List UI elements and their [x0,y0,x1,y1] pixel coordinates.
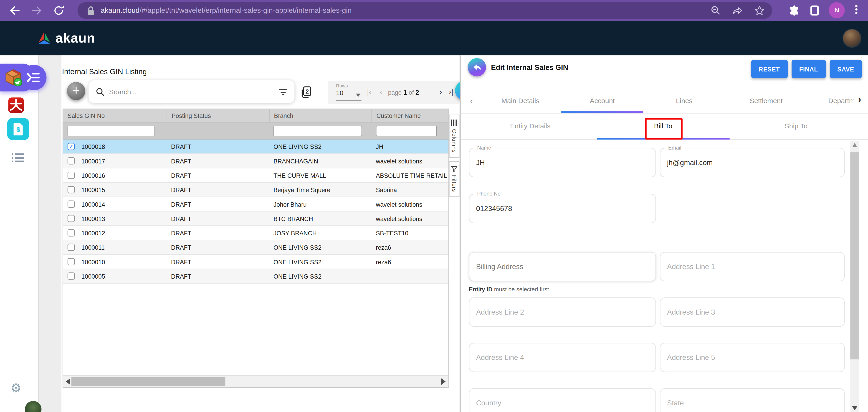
rows-per-page-select[interactable]: 10 [336,89,362,101]
scroll-left-arrow-icon[interactable] [66,378,70,385]
sidebar-bottom-avatar[interactable] [25,401,41,412]
address-line-4-field[interactable]: Address Line 4 [469,343,656,372]
reload-icon[interactable] [53,4,65,17]
annotation-highlight-box [645,118,682,140]
duplicate-view-icon[interactable]: 2 [300,85,313,99]
address-line-2-field[interactable]: Address Line 2 [469,297,656,327]
search-input[interactable] [109,88,279,96]
share-icon[interactable] [733,5,744,16]
country-field[interactable]: Country [469,388,656,412]
filter-list-icon[interactable] [279,88,287,96]
chevron-down-icon [356,93,360,97]
edit-panel: Edit Internal Sales GIN RESET FINAL SAVE… [460,55,868,412]
column-header-posting-status[interactable]: Posting Status [166,109,269,122]
address-line-5-field[interactable]: Address Line 5 [660,343,845,372]
sidebar-item-internal-sales-gin-active[interactable] [0,64,46,91]
extensions-puzzle-icon[interactable] [788,5,801,17]
table-row[interactable]: 1000011 DRAFT ONE LIVING SS2 reza6 [63,240,448,255]
last-page-button[interactable]: ›| [449,87,453,96]
address-line-3-field[interactable]: Address Line 3 [660,297,845,327]
columns-side-tab[interactable]: Columns [449,115,459,158]
table-row[interactable]: 1000013 DRAFT BTC BRANCH wavelet solutio… [63,211,448,226]
final-button[interactable]: FINAL [792,60,826,78]
filter-input-branch[interactable] [274,126,362,136]
back-button[interactable] [468,58,486,76]
row-checkbox[interactable] [68,186,75,194]
table-row[interactable]: 1000016 DRAFT THE CURVE MALL ABSOLUTE TI… [63,169,448,183]
row-checkbox[interactable] [68,272,75,280]
row-checkbox[interactable] [68,229,75,236]
column-header-branch[interactable]: Branch [269,109,371,122]
sidebar-item-dai-applet[interactable] [8,97,24,113]
scroll-down-arrow-icon[interactable] [852,406,857,410]
lock-icon[interactable] [85,5,96,17]
page-indicator: page 1 of 2 [388,89,439,96]
tab-lines[interactable]: Lines [643,89,725,113]
table-row[interactable]: 1000010 DRAFT ONE LIVING SS2 reza6 [63,255,448,269]
forward-icon[interactable] [30,4,43,17]
state-field[interactable]: State [660,388,845,412]
browser-menu-icon[interactable] [855,5,858,16]
row-checkbox[interactable] [68,215,75,222]
back-icon[interactable] [9,4,21,17]
browser-profile-avatar[interactable]: N [829,2,845,19]
subtab-ship-to[interactable]: Ship To [730,114,863,140]
next-page-button[interactable]: › [440,87,442,96]
user-avatar[interactable] [842,29,861,48]
row-checkbox[interactable] [68,157,75,165]
entity-id-helper-text: Entity ID must be selected first [469,286,549,292]
screen: akaun.cloud/#/applet/tnt/wavelet/erp/int… [0,0,868,412]
table-row[interactable]: 1000015 DRAFT Berjaya Time Squere Sabrin… [63,183,448,197]
prev-page-button[interactable]: ‹ [380,87,382,96]
table-row[interactable]: 1000017 DRAFT BRANCHAGAIN wavelet soluti… [63,154,448,168]
address-line-1-field[interactable]: Address Line 1 [660,252,845,281]
row-checkbox[interactable] [68,244,75,251]
row-checkbox[interactable] [68,201,75,208]
table-row[interactable]: 1000005 DRAFT ONE LIVING SS2 [63,269,448,284]
filters-side-tab[interactable]: Filters [449,161,459,197]
scroll-up-arrow-icon[interactable] [852,143,857,147]
reset-button[interactable]: RESET [751,60,788,78]
search-icon [96,87,105,96]
columns-tab-label: Columns [451,129,457,153]
filter-input-sales-gin-no[interactable] [68,126,154,136]
scroll-right-arrow-icon[interactable] [441,378,445,385]
tab-settlement[interactable]: Settlement [725,89,807,113]
name-field[interactable]: Name JH [469,148,656,177]
address-bar[interactable]: akaun.cloud/#/applet/tnt/wavelet/erp/int… [78,2,772,19]
phone-field-label: Phone No [474,190,503,197]
tab-account-active[interactable]: Account [561,89,643,113]
settings-gear-icon[interactable]: ⚙ [10,381,21,395]
tab-departments[interactable]: Departments [807,89,854,113]
filter-input-customer-name[interactable] [376,126,437,136]
column-header-customer-name[interactable]: Customer Name [372,109,448,122]
row-checkbox[interactable] [68,172,75,179]
side-panel-icon[interactable] [810,5,818,16]
row-checkbox-checked[interactable]: ✓ [68,143,75,150]
email-field-label: Email [665,145,684,151]
row-checkbox[interactable] [68,258,75,265]
bookmark-star-icon[interactable] [754,5,765,16]
subtab-entity-details[interactable]: Entity Details [464,114,597,140]
horizontal-scrollbar-thumb[interactable] [71,377,225,386]
phone-field[interactable]: Phone No 012345678 [469,194,656,223]
zoom-out-icon[interactable] [710,5,721,16]
tabs-scroll-right-icon[interactable]: › [854,95,866,105]
tabs-scroll-left-icon[interactable]: ‹ [470,96,473,105]
table-row[interactable]: 1000012 DRAFT JOSY BRANCH SB-TEST10 [63,226,448,240]
package-shipping-icon [4,68,23,87]
sidebar-item-billing-applet[interactable]: $ [7,118,29,140]
save-button[interactable]: SAVE [830,60,862,78]
first-page-button[interactable]: |‹ [367,87,371,96]
main-tabs-bar: ‹ Main Details Account Lines Settlement … [461,89,868,113]
sidebar-item-listing[interactable] [11,152,24,166]
vertical-scrollbar-thumb[interactable] [850,152,859,359]
table-row[interactable]: ✓1000018 DRAFT ONE LIVING SS2 JH [63,140,448,154]
email-field[interactable]: Email jh@gmail.com [660,148,845,177]
billing-address-field[interactable]: Billing Address [469,252,656,281]
columns-icon [451,119,458,126]
column-header-sales-gin-no[interactable]: Sales GIN No [63,109,166,122]
tab-main-details[interactable]: Main Details [479,89,561,113]
table-row[interactable]: 1000014 DRAFT Johor Bharu wavelet soluti… [63,197,448,211]
add-record-button[interactable]: + [67,82,85,100]
